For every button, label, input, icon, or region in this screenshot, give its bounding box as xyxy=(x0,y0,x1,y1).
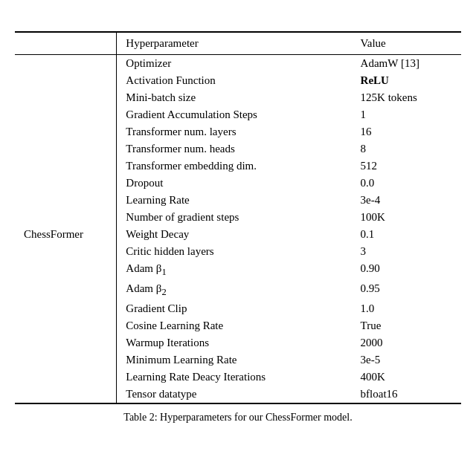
row-value: 1 xyxy=(352,106,461,123)
row-value: 3e-4 xyxy=(352,192,461,209)
table-row: Gradient Clip1.0 xyxy=(15,300,461,317)
table-row: Mini-batch size125K tokens xyxy=(15,89,461,106)
row-model-label xyxy=(15,386,117,403)
row-value: 3e-5 xyxy=(352,351,461,369)
row-value: 2000 xyxy=(352,334,461,351)
row-param: Transformer num. layers xyxy=(117,123,352,140)
row-param: Learning Rate xyxy=(117,192,352,209)
row-param: Transformer embedding dim. xyxy=(117,158,352,175)
row-model-label xyxy=(15,243,117,260)
row-model-label xyxy=(15,351,117,369)
table-row: ChessFormerWeight Decay0.1 xyxy=(15,226,461,243)
row-param: Warmup Iterations xyxy=(117,334,352,351)
row-value: 0.95 xyxy=(352,280,461,300)
row-value: 3 xyxy=(352,243,461,260)
row-param: Optimizer xyxy=(117,54,352,72)
row-value: 16 xyxy=(352,123,461,140)
row-model-label xyxy=(15,140,117,158)
table-row: Warmup Iterations2000 xyxy=(15,334,461,351)
row-value: 8 xyxy=(352,140,461,158)
table-row: Adam β20.95 xyxy=(15,280,461,300)
table-row: OptimizerAdamW [13] xyxy=(15,54,461,72)
row-param: Tensor datatype xyxy=(117,386,352,403)
row-value: True xyxy=(352,317,461,334)
row-value: 400K xyxy=(352,369,461,386)
table-row: Transformer embedding dim.512 xyxy=(15,158,461,175)
row-model-label xyxy=(15,317,117,334)
row-model-label xyxy=(15,106,117,123)
row-value: bfloat16 xyxy=(352,386,461,403)
row-model-label xyxy=(15,369,117,386)
row-value: AdamW [13] xyxy=(352,54,461,72)
row-value: 512 xyxy=(352,158,461,175)
row-param: Gradient Clip xyxy=(117,300,352,317)
row-model-label xyxy=(15,334,117,351)
row-param: Number of gradient steps xyxy=(117,209,352,226)
row-model-label: ChessFormer xyxy=(15,226,117,243)
row-model-label xyxy=(15,280,117,300)
row-param: Weight Decay xyxy=(117,226,352,243)
table-row: Tensor datatypebfloat16 xyxy=(15,386,461,403)
row-model-label xyxy=(15,260,117,280)
row-param: Transformer num. heads xyxy=(117,140,352,158)
row-model-label xyxy=(15,158,117,175)
table-caption: Table 2: Hyperparameters for our ChessFo… xyxy=(123,412,352,424)
row-param: Adam β1 xyxy=(117,260,352,280)
row-value: 1.0 xyxy=(352,300,461,317)
row-param: Adam β2 xyxy=(117,280,352,300)
row-value: 125K tokens xyxy=(352,89,461,106)
col-header-value: Value xyxy=(352,32,461,55)
row-model-label xyxy=(15,89,117,106)
row-param: Activation Function xyxy=(117,72,352,89)
row-model-label xyxy=(15,300,117,317)
row-value: ReLU xyxy=(352,72,461,89)
row-model-label xyxy=(15,209,117,226)
table-row: Activation FunctionReLU xyxy=(15,72,461,89)
table-row: Learning Rate Deacy Iterations400K xyxy=(15,369,461,386)
table-row: Learning Rate3e-4 xyxy=(15,192,461,209)
row-value: 0.0 xyxy=(352,175,461,192)
row-model-label xyxy=(15,192,117,209)
table-row: Adam β10.90 xyxy=(15,260,461,280)
col-header-model xyxy=(15,32,117,55)
table-row: Critic hidden layers3 xyxy=(15,243,461,260)
row-model-label xyxy=(15,72,117,89)
row-param: Minimum Learning Rate xyxy=(117,351,352,369)
row-param: Learning Rate Deacy Iterations xyxy=(117,369,352,386)
row-value: 100K xyxy=(352,209,461,226)
table-row: Transformer num. layers16 xyxy=(15,123,461,140)
row-value: 0.1 xyxy=(352,226,461,243)
row-model-label xyxy=(15,123,117,140)
table-row: Dropout0.0 xyxy=(15,175,461,192)
row-param: Mini-batch size xyxy=(117,89,352,106)
table-row: Number of gradient steps100K xyxy=(15,209,461,226)
table-row: Transformer num. heads8 xyxy=(15,140,461,158)
row-param: Gradient Accumulation Steps xyxy=(117,106,352,123)
table-row: Minimum Learning Rate3e-5 xyxy=(15,351,461,369)
col-header-hyperparameter: Hyperparameter xyxy=(117,32,352,55)
row-model-label xyxy=(15,175,117,192)
table-row: Cosine Learning RateTrue xyxy=(15,317,461,334)
row-param: Dropout xyxy=(117,175,352,192)
row-value: 0.90 xyxy=(352,260,461,280)
table-row: Gradient Accumulation Steps1 xyxy=(15,106,461,123)
row-param: Critic hidden layers xyxy=(117,243,352,260)
hyperparameter-table: Hyperparameter Value OptimizerAdamW [13]… xyxy=(15,31,461,404)
page-wrapper: Hyperparameter Value OptimizerAdamW [13]… xyxy=(15,31,461,424)
row-param: Cosine Learning Rate xyxy=(117,317,352,334)
row-model-label xyxy=(15,54,117,72)
